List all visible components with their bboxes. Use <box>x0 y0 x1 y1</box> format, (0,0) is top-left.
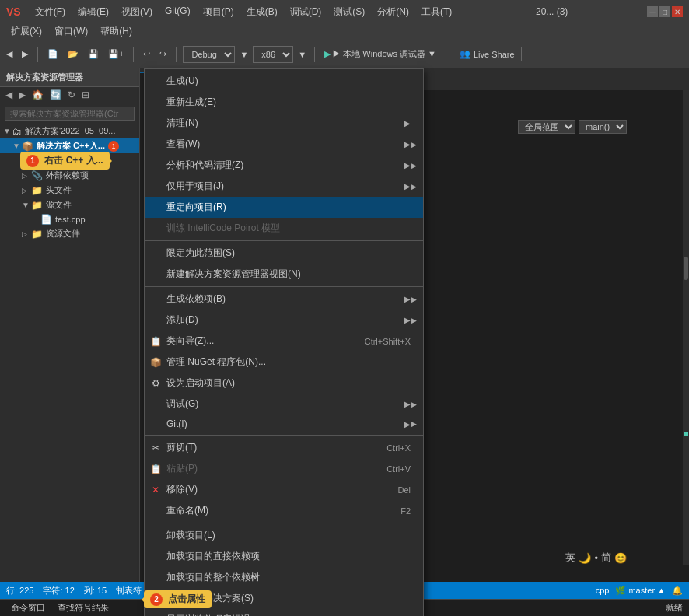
ctx-sep-3 <box>145 435 423 436</box>
save-button[interactable]: 💾 <box>85 47 102 61</box>
live-share-button[interactable]: 👥 Live Share <box>453 47 522 61</box>
editor-scrollbar[interactable] <box>683 90 689 565</box>
solution-search-input[interactable] <box>5 107 135 121</box>
forward-button[interactable]: ▶ <box>19 47 31 61</box>
ctx-new-view[interactable]: 新建解决方案资源管理器视图(N) <box>145 264 423 285</box>
ctx-view-arrow: ▶ <box>404 140 411 149</box>
ctx-project-only[interactable]: 仅用于项目(J) ▶ <box>145 176 423 197</box>
ctx-scope[interactable]: 限定为此范围(S) <box>145 243 423 264</box>
build-config-dropdown[interactable]: Debug <box>183 46 235 63</box>
tree-hdr-label: 头文件 <box>46 184 72 196</box>
ctx-analyze[interactable]: 分析和代码清理(Z) ▶ <box>145 155 423 176</box>
ctx-retarget[interactable]: 重定向项目(R) <box>145 197 423 218</box>
panel-back-button[interactable]: ◀ <box>3 89 15 101</box>
open-button[interactable]: 📂 <box>65 47 82 61</box>
ctx-project-only-arrow: ▶ <box>404 182 411 191</box>
ctx-debug[interactable]: 调试(G) ▶ <box>145 394 423 415</box>
ctx-cut[interactable]: ✂ 剪切(T) Ctrl+X <box>145 437 423 458</box>
ctx-load-tree-label: 加载项目的整个依赖树 <box>166 571 411 584</box>
ctx-clean[interactable]: 清理(N) ▶ <box>145 113 423 134</box>
ctx-clean-label: 清理(N) <box>166 117 398 130</box>
ctx-build-deps-label: 生成依赖项(B) <box>166 292 398 306</box>
panel-forward-button[interactable]: ▶ <box>16 89 28 101</box>
ctx-sep-4 <box>145 523 423 523</box>
minimize-button[interactable]: ─ <box>647 6 658 17</box>
ctx-unload[interactable]: 卸载项目(L) <box>145 525 423 546</box>
ctx-add[interactable]: 添加(D) ▶ <box>145 310 423 331</box>
bottom-status-ready: 就绪 <box>666 602 683 614</box>
menu-build[interactable]: 生成(B) <box>242 4 282 20</box>
ctx-show-db-errors[interactable]: 显示浏览数据库错误 <box>145 609 423 616</box>
menu-window[interactable]: 窗口(W) <box>50 23 93 40</box>
ctx-view[interactable]: 查看(W) ▶ <box>145 134 423 155</box>
ctx-git[interactable]: Git(I) ▶ <box>145 415 423 433</box>
callout-2: 2 点击属性 <box>144 590 212 608</box>
ctx-paste: 📋 粘贴(P) Ctrl+V <box>145 458 423 479</box>
save-all-button[interactable]: 💾+ <box>105 47 127 61</box>
res-icon: 📁 <box>31 229 43 240</box>
ctx-startup[interactable]: ⚙ 设为启动项目(A) <box>145 373 423 394</box>
cpp-icon: 📄 <box>40 214 52 225</box>
menu-edit[interactable]: 编辑(E) <box>73 4 114 20</box>
tree-item-source[interactable]: ▼ 📁 源文件 <box>0 198 139 212</box>
tree-item-test-cpp[interactable]: 📄 test.cpp <box>0 212 139 226</box>
ctx-build-deps-arrow: ▶ <box>404 295 411 303</box>
tree-item-external-deps[interactable]: ▷ 📎 外部依赖项 <box>0 168 139 183</box>
run-icon: ▶ <box>324 49 331 59</box>
menu-ext[interactable]: 扩展(X) <box>6 23 47 40</box>
tree-item-headers[interactable]: ▷ 📁 头文件 <box>0 183 139 198</box>
undo-button[interactable]: ↩ <box>140 47 153 61</box>
ime-eng: 英 <box>565 551 575 565</box>
ctx-load-tree[interactable]: 加载项目的整个依赖树 <box>145 567 423 588</box>
bottom-tab-symbols[interactable]: 查找符号结果 <box>53 600 114 615</box>
menu-help[interactable]: 帮助(H) <box>96 23 137 40</box>
ctx-remove[interactable]: ✕ 移除(V) Del <box>145 479 423 500</box>
menu-project[interactable]: 项目(P) <box>198 4 239 20</box>
close-button[interactable]: ✕ <box>672 6 683 17</box>
function-dropdown[interactable]: main() <box>579 120 627 134</box>
tree-ext-label: 外部依赖项 <box>46 170 89 181</box>
back-button[interactable]: ◀ <box>3 47 16 61</box>
menu-analyze[interactable]: 分析(N) <box>372 4 414 20</box>
src-icon: 📁 <box>31 200 43 211</box>
callout-1: 1 右击 C++ 入... <box>20 152 110 170</box>
panel-collapseall-button[interactable]: ⊟ <box>79 89 92 101</box>
ctx-nuget[interactable]: 📦 管理 NuGet 程序包(N)... <box>145 352 423 373</box>
tree-item-resources[interactable]: ▷ 📁 资源文件 <box>0 226 139 241</box>
ctx-remove-label: 移除(V) <box>166 483 382 496</box>
tree-arrow-res: ▷ <box>22 230 31 238</box>
redo-button[interactable]: ↪ <box>156 47 170 61</box>
ctx-nuget-icon: 📦 <box>149 357 162 368</box>
maximize-button[interactable]: □ <box>659 6 670 17</box>
ctx-load-direct[interactable]: 加载项目的直接依赖项 <box>145 546 423 567</box>
ctx-build[interactable]: 生成(U) <box>145 71 423 92</box>
scrollbar-marker <box>684 432 688 436</box>
new-file-button[interactable]: 📄 <box>44 47 61 61</box>
scope-dropdown[interactable]: 全局范围 <box>518 120 575 134</box>
panel-home-button[interactable]: 🏠 <box>30 89 46 101</box>
ctx-class-wizard[interactable]: 📋 类向导(Z)... Ctrl+Shift+X <box>145 331 423 352</box>
tree-arrow: ▼ <box>3 127 12 135</box>
ctx-git-arrow: ▶ <box>404 420 411 429</box>
menu-file[interactable]: 文件(F) <box>30 4 70 20</box>
ctx-remove-shortcut: Del <box>397 485 411 495</box>
tree-arrow-ext: ▷ <box>22 172 31 180</box>
bottom-tab-cmd[interactable]: 命令窗口 <box>6 600 50 615</box>
menu-view[interactable]: 视图(V) <box>117 4 157 20</box>
menu-tools[interactable]: 工具(T) <box>417 4 456 20</box>
ctx-rename-shortcut: F2 <box>400 506 411 516</box>
run-button[interactable]: ▶ ▶ 本地 Windows 调试器 ▼ <box>321 47 439 61</box>
status-bar-right: cpp 🌿 master ▲ 🔔 <box>596 586 683 596</box>
ctx-rename[interactable]: 重命名(M) F2 <box>145 500 423 521</box>
menu-test[interactable]: 测试(S) <box>329 4 369 20</box>
menu-git[interactable]: Git(G) <box>160 4 195 20</box>
tree-item-solution[interactable]: ▼ 🗂 解决方案'2022_05_09... <box>0 124 139 138</box>
platform-dropdown[interactable]: x86 <box>253 46 293 63</box>
panel-refresh-button[interactable]: ↻ <box>65 89 78 101</box>
panel-sync-button[interactable]: 🔄 <box>47 89 64 101</box>
menu-debug[interactable]: 调试(D) <box>285 4 327 20</box>
ctx-rebuild[interactable]: 重新生成(E) <box>145 92 423 113</box>
project-icon: 📦 <box>22 141 33 152</box>
scrollbar-thumb[interactable] <box>684 257 688 280</box>
ctx-build-deps[interactable]: 生成依赖项(B) ▶ <box>145 289 423 310</box>
